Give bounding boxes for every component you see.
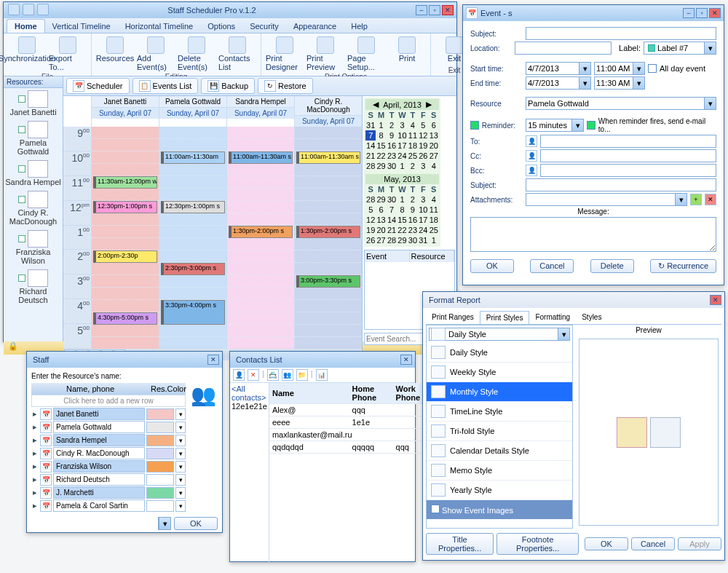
show-images-checkbox[interactable] (431, 505, 440, 513)
add-attach-button[interactable]: + (690, 194, 702, 205)
ribbon-tab[interactable]: Help (344, 20, 375, 33)
calendar-day[interactable]: 27 (376, 235, 386, 245)
prev-month-icon[interactable]: ◀ (373, 100, 379, 109)
subject-input[interactable] (526, 27, 716, 40)
print-style-item[interactable]: Tri-fold Style (427, 422, 572, 441)
calendar-day[interactable]: 12 (365, 215, 376, 225)
staff-row[interactable]: ▸📅Janet Banetti▾ (31, 408, 186, 420)
tab-backup[interactable]: 💾Backup (201, 78, 255, 94)
print-style-item[interactable]: TimeLine Style (427, 402, 572, 422)
close-button[interactable]: ✕ (710, 295, 721, 305)
start-date-input[interactable]: 4/7/2013▾ (526, 62, 591, 75)
appointment[interactable]: 11:00am-11:30am s (229, 151, 293, 164)
print-style-item[interactable]: Weekly Style (427, 363, 572, 382)
calendar-day[interactable]: 23 (387, 151, 397, 161)
close-button[interactable]: ✕ (207, 355, 219, 365)
print-preview-button[interactable]: Print Preview (305, 35, 346, 73)
calendar-day[interactable]: 12 (418, 130, 428, 141)
tab-restore[interactable]: ↻Restore (258, 78, 313, 94)
next-month-icon[interactable]: ▶ (426, 100, 432, 109)
appointment[interactable]: 2:00pm-2:30p (93, 250, 157, 263)
tool-icon[interactable]: 📁 (296, 369, 308, 381)
resource-item[interactable]: Sandra Hempel (4, 158, 63, 189)
tool-icon[interactable]: 👥 (282, 369, 293, 381)
appointment[interactable]: 12:30pm-1:00pm s (93, 201, 157, 213)
appointment[interactable]: 3:00pm-3:30pm s (296, 275, 360, 288)
reminder-checkbox[interactable] (470, 121, 479, 130)
print-style-item[interactable]: Daily Style (427, 343, 572, 363)
appointment[interactable]: 2:30pm-3:00pm s (161, 263, 225, 275)
tab-scheduler[interactable]: 📅Scheduler (66, 78, 130, 94)
contact-icon[interactable]: 👤 (526, 135, 537, 147)
calendar-day[interactable]: 20 (429, 141, 439, 151)
staff-combo[interactable]: ▾ (158, 517, 171, 530)
delete-contact-icon[interactable]: ✕ (248, 369, 259, 381)
ribbon-tab-home[interactable]: Home (7, 19, 45, 33)
allday-checkbox[interactable] (648, 64, 657, 73)
delete-button[interactable]: Delete (590, 259, 634, 273)
reminder-combo[interactable]: 15 minutes▾ (526, 119, 584, 132)
print-style-item[interactable]: Monthly Style (427, 382, 572, 402)
resource-item[interactable]: Richard Deutsch (4, 267, 63, 307)
calendar-day[interactable]: 31 (418, 235, 428, 245)
contact-icon[interactable]: 👤 (526, 150, 537, 162)
calendar-day[interactable]: 4 (429, 194, 439, 205)
calendar-day[interactable]: 21 (365, 151, 376, 161)
bcc-input[interactable] (540, 164, 716, 177)
calendar-day[interactable]: 2 (408, 194, 418, 205)
appointment[interactable]: 4:30pm-5:00pm s (93, 312, 157, 325)
calendar-day[interactable]: 14 (365, 141, 376, 151)
export-button[interactable]: Export To... (47, 35, 88, 73)
calendar-day[interactable]: 26 (365, 235, 376, 245)
appointment[interactable]: 11:30am-12:00pm w (93, 176, 157, 189)
calendar-day[interactable]: 31 (365, 120, 376, 130)
mail-checkbox[interactable] (587, 121, 596, 130)
qat-icon[interactable] (37, 4, 49, 15)
resource-item[interactable]: Cindy R. MacDonough (4, 189, 63, 228)
calendar-day[interactable]: 21 (387, 225, 397, 235)
contact-row[interactable]: qqdqdqdqqqqqqqq (269, 441, 439, 454)
print-style-item[interactable]: Calendar Details Style (427, 441, 572, 461)
ok-button[interactable]: OK (585, 537, 628, 550)
print-button[interactable]: Print (387, 35, 427, 64)
staff-row[interactable]: ▸📅Sandra Hempel▾ (31, 434, 186, 446)
calendar-day[interactable]: 23 (408, 225, 418, 235)
print-style-item[interactable]: Memo Style (427, 461, 572, 481)
ribbon-tab[interactable]: Horizontal Timeline (118, 20, 201, 33)
label-combo[interactable]: Label #7▾ (644, 42, 716, 55)
calendar-day[interactable]: 30 (408, 235, 418, 245)
calendar-day[interactable]: 3 (397, 120, 407, 130)
mini-calendar-may[interactable]: May, 2013 SMTWTFS28293012345678910111213… (364, 173, 440, 247)
calendar-day[interactable]: 28 (365, 161, 376, 171)
calendar-day[interactable]: 24 (397, 151, 407, 161)
ribbon-tab[interactable]: Security (242, 20, 286, 33)
calendar-day[interactable]: 3 (418, 161, 428, 171)
calendar-day[interactable]: 13 (429, 130, 439, 141)
calendar-day[interactable]: 9 (387, 130, 397, 141)
calendar-day[interactable]: 7 (365, 130, 376, 141)
staff-col-name[interactable]: Name, phone (31, 383, 149, 395)
resource-item[interactable]: Pamela Gottwald (4, 119, 63, 158)
staff-row[interactable]: ▸📅Pamela Gottwald▾ (31, 421, 186, 433)
calendar-day[interactable]: 27 (429, 151, 439, 161)
calendar-day[interactable]: 28 (387, 235, 397, 245)
calendar-day[interactable]: 10 (418, 205, 428, 215)
calendar-day[interactable]: 3 (418, 194, 428, 205)
remove-attach-button[interactable]: ✕ (705, 194, 716, 205)
calendar-day[interactable]: 17 (397, 141, 407, 151)
calendar-day[interactable]: 6 (376, 205, 386, 215)
calendar-day[interactable]: 1 (429, 235, 439, 245)
tab-events-list[interactable]: 📋Events List (132, 78, 199, 94)
title-props-button[interactable]: Title Properties... (426, 533, 494, 555)
appointment[interactable]: 1:30pm-2:00pm s (296, 226, 360, 238)
qat-icon[interactable] (23, 4, 34, 15)
staff-row[interactable]: ▸📅Pamela & Carol Sartin▾ (31, 499, 186, 512)
calendar-day[interactable]: 20 (376, 225, 386, 235)
style-combo[interactable]: Daily Style▾ (429, 328, 570, 341)
appointment[interactable]: 12:30pm-1:00pm s (161, 201, 225, 213)
calendar-day[interactable]: 18 (408, 141, 418, 151)
delete-event-button[interactable]: Delete Event(s) (176, 35, 217, 73)
location-input[interactable] (515, 42, 612, 55)
staff-row[interactable]: ▸📅J. Marchetti▾ (31, 486, 186, 499)
staff-row[interactable]: ▸📅Richard Deutsch▾ (31, 473, 186, 486)
